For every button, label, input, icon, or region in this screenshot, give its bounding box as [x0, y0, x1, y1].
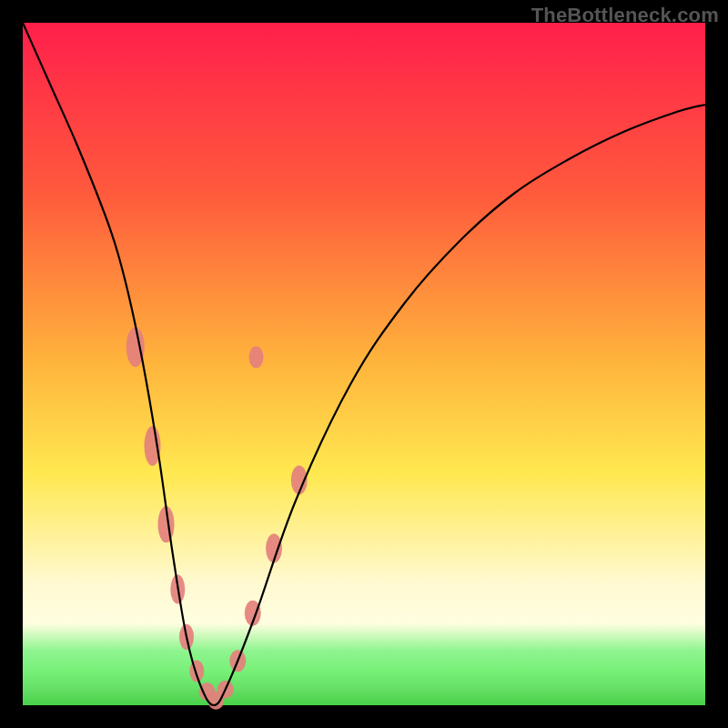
chart-plot-area [23, 23, 705, 705]
bottleneck-curve-path [23, 23, 705, 705]
highlight-blob [145, 426, 161, 466]
highlight-blob [249, 347, 264, 369]
bottleneck-chart-svg [23, 23, 705, 705]
highlight-blob [189, 661, 204, 682]
highlight-cluster-layer [126, 327, 308, 710]
chart-frame: TheBottleneck.com [0, 0, 728, 728]
